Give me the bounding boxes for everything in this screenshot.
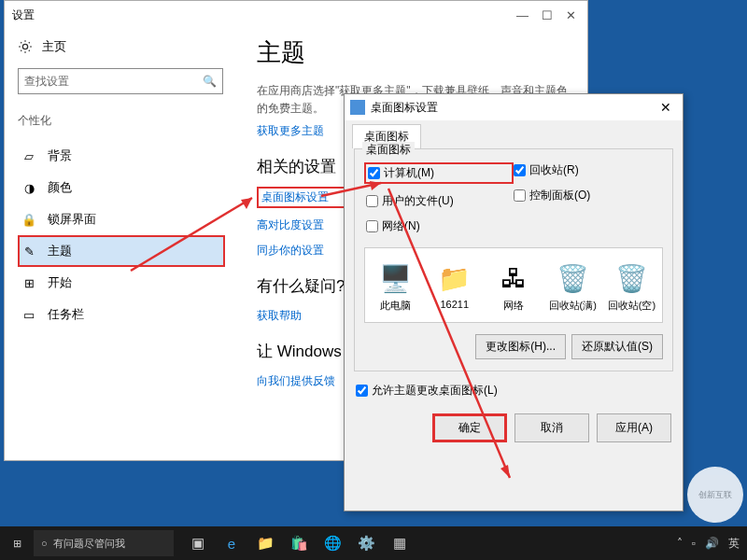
dialog-close-button[interactable]: ✕ [655, 100, 677, 115]
checkbox-recycle-input[interactable] [514, 164, 526, 176]
checkbox-recycle-bin[interactable]: 回收站(R) [514, 162, 661, 178]
settings-titlebar: 设置 — ☐ ✕ [5, 1, 587, 29]
sidebar-item-taskbar[interactable]: ▭ 任务栏 [18, 299, 225, 330]
task-view-icon[interactable]: ▣ [181, 526, 215, 560]
cortana-search[interactable]: ○ 有问题尽管问我 [34, 530, 174, 556]
recycle-empty-icon: 🗑️ [614, 261, 648, 295]
icon-recycle-full[interactable]: 🗑️回收站(满) [548, 261, 598, 313]
taskbar-icon: ▭ [21, 307, 36, 322]
store-icon[interactable]: 🛍️ [282, 526, 316, 560]
lock-icon: 🔒 [21, 212, 36, 227]
ok-button[interactable]: 确定 [432, 413, 507, 442]
desktop-icons-group: 桌面图标 计算机(M) 用户的文件(U) 网络(N) 回收站(R) 控制面板(O… [354, 148, 673, 371]
picture-icon: ▱ [21, 148, 36, 163]
dialog-icon [350, 100, 365, 115]
checkbox-computer-input[interactable] [368, 167, 380, 179]
checkbox-control-panel[interactable]: 控制面板(O) [514, 188, 661, 203]
home-label: 主页 [42, 38, 66, 55]
tray-chevron-icon[interactable]: ˄ [677, 537, 683, 550]
icon-user[interactable]: 📁16211 [430, 261, 479, 313]
apply-button[interactable]: 应用(A) [597, 413, 671, 442]
desktop-icon-dialog: 桌面图标设置 ✕ 桌面图标 桌面图标 计算机(M) 用户的文件(U) 网络(N)… [344, 93, 684, 511]
nav-label: 主题 [48, 243, 72, 259]
dialog-titlebar: 桌面图标设置 ✕ [345, 94, 683, 120]
gear-icon [18, 39, 33, 54]
allow-themes-checkbox[interactable] [356, 385, 368, 397]
icon-recycle-empty[interactable]: 🗑️回收站(空) [607, 261, 656, 313]
close-button[interactable]: ✕ [566, 8, 576, 22]
folder-icon: 📁 [438, 261, 472, 295]
get-help-link[interactable]: 获取帮助 [257, 309, 302, 322]
checkbox-computer[interactable]: 计算机(M) [364, 162, 514, 184]
page-title: 主题 [257, 36, 578, 69]
section-label: 个性化 [18, 113, 225, 129]
sidebar-item-start[interactable]: ⊞ 开始 [18, 267, 225, 299]
cancel-button[interactable]: 取消 [514, 413, 589, 442]
allow-themes-row[interactable]: 允许主题更改桌面图标(L) [345, 377, 683, 404]
settings-sidebar: 主页 查找设置 🔍 个性化 ▱ 背景 ◑ 颜色 🔒 锁屏界面 ✎ 主题 [5, 29, 238, 460]
theme-icon: ✎ [21, 244, 36, 259]
settings-icon[interactable]: ⚙️ [349, 526, 383, 560]
cortana-icon: ○ [41, 538, 48, 549]
watermark: 创新互联 [687, 467, 743, 523]
start-button[interactable]: ⊞ [0, 526, 34, 560]
recycle-full-icon: 🗑️ [556, 261, 589, 295]
edge-icon[interactable]: e [215, 526, 248, 560]
computer-icon: 🖥️ [379, 261, 413, 295]
network-tray-icon[interactable]: ▫ [692, 537, 696, 550]
sidebar-item-colors[interactable]: ◑ 颜色 [18, 172, 225, 203]
nav-label: 任务栏 [48, 306, 84, 323]
ime-indicator[interactable]: 英 [728, 536, 740, 552]
feedback-link[interactable]: 向我们提供反馈 [257, 374, 335, 387]
checkbox-network-input[interactable] [366, 220, 378, 232]
window-title: 设置 [12, 7, 516, 23]
search-input[interactable]: 查找设置 🔍 [18, 68, 223, 94]
network-icon: 🖧 [497, 261, 530, 295]
allow-themes-label: 允许主题更改桌面图标(L) [372, 383, 498, 399]
taskbar: ⊞ ○ 有问题尽管问我 ▣ e 📁 🛍️ 🌐 ⚙️ ▦ ˄ ▫ 🔊 英 [0, 526, 747, 560]
volume-icon[interactable]: 🔊 [705, 537, 719, 550]
sidebar-item-background[interactable]: ▱ 背景 [18, 140, 225, 172]
dialog-title: 桌面图标设置 [371, 100, 655, 116]
maximize-button[interactable]: ☐ [542, 8, 553, 22]
nav-label: 背景 [48, 147, 72, 164]
nav-label: 开始 [48, 274, 72, 291]
palette-icon: ◑ [21, 180, 36, 195]
nav-label: 锁屏界面 [48, 211, 96, 228]
change-icon-button[interactable]: 更改图标(H)... [475, 334, 566, 359]
group-title: 桌面图标 [362, 142, 415, 158]
app-icon[interactable]: ▦ [383, 526, 416, 560]
minimize-button[interactable]: — [516, 8, 529, 22]
explorer-icon[interactable]: 📁 [248, 526, 282, 560]
checkbox-userfiles-input[interactable] [366, 195, 378, 207]
search-placeholder: 查找设置 [24, 74, 69, 90]
dialog-buttons: 确定 取消 应用(A) [345, 404, 683, 452]
window-controls: — ☐ ✕ [516, 8, 576, 22]
restore-default-button[interactable]: 还原默认值(S) [571, 334, 663, 359]
taskbar-pinned: ▣ e 📁 🛍️ 🌐 ⚙️ ▦ [181, 526, 416, 560]
checkbox-user-files[interactable]: 用户的文件(U) [366, 193, 514, 209]
checkbox-network[interactable]: 网络(N) [366, 218, 514, 234]
browser-icon[interactable]: 🌐 [316, 526, 349, 560]
home-link[interactable]: 主页 [18, 38, 225, 55]
sidebar-item-lockscreen[interactable]: 🔒 锁屏界面 [18, 203, 225, 235]
sidebar-item-themes[interactable]: ✎ 主题 [18, 235, 225, 267]
icon-this-pc[interactable]: 🖥️此电脑 [371, 261, 420, 313]
checkbox-controlpanel-input[interactable] [514, 189, 526, 202]
system-tray: ˄ ▫ 🔊 英 [677, 536, 747, 552]
nav-label: 颜色 [48, 179, 72, 196]
icon-network[interactable]: 🖧网络 [488, 261, 538, 313]
icon-preview: 🖥️此电脑 📁16211 🖧网络 🗑️回收站(满) 🗑️回收站(空) [364, 247, 663, 323]
search-icon: 🔍 [203, 75, 217, 88]
start-icon: ⊞ [21, 275, 36, 290]
cortana-placeholder: 有问题尽管问我 [53, 537, 125, 551]
